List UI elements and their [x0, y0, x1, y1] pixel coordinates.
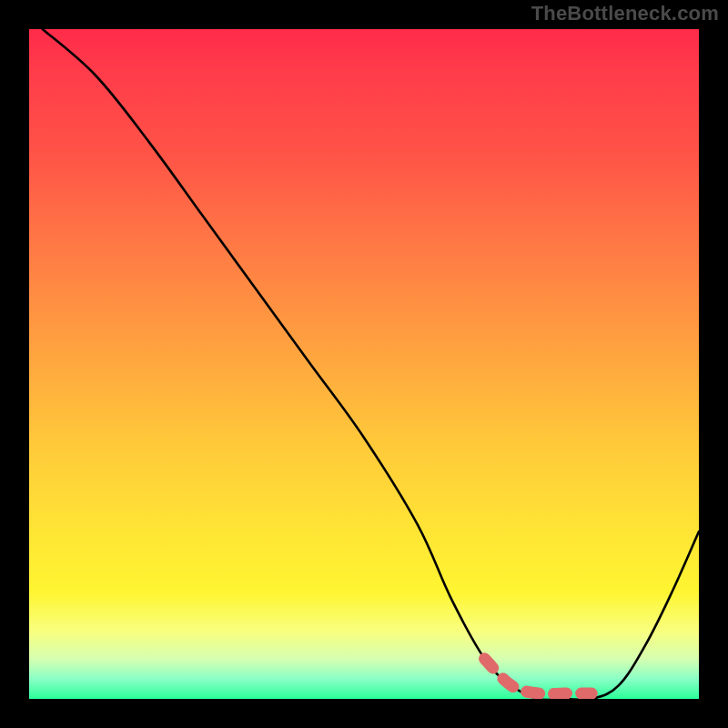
bottleneck-curve-svg: [29, 29, 699, 699]
optimal-range-highlight: [485, 659, 592, 694]
plot-area: [29, 29, 699, 699]
curve-group: [43, 29, 699, 699]
chart-frame: TheBottleneck.com: [0, 0, 728, 728]
bottleneck-curve-line: [43, 29, 699, 699]
watermark-text: TheBottleneck.com: [531, 2, 719, 25]
